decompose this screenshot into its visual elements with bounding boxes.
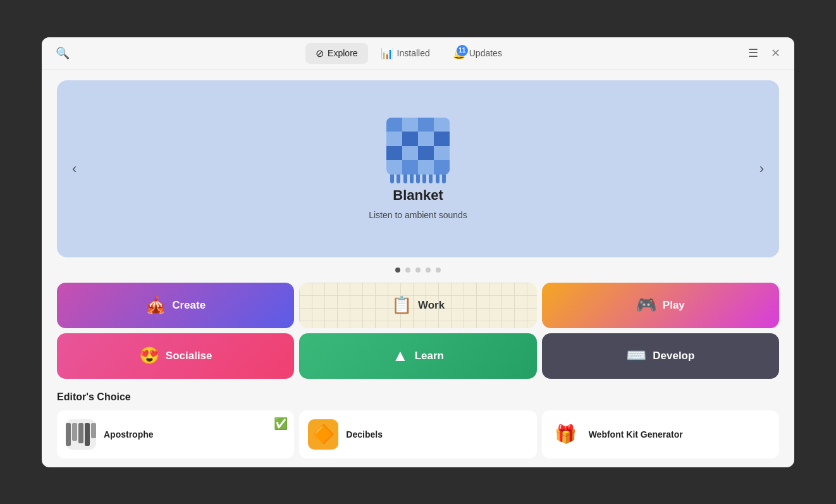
- category-socialise-button[interactable]: 😍 Socialise: [57, 333, 294, 379]
- content-area: ‹: [42, 70, 794, 467]
- category-learn-label: Learn: [415, 350, 444, 362]
- category-play-label: Play: [663, 299, 685, 312]
- develop-icon: ⌨️: [626, 346, 646, 366]
- tab-installed-label: Installed: [397, 48, 430, 58]
- installed-icon: 📊: [381, 47, 393, 59]
- carousel-prev-button[interactable]: ‹: [65, 153, 84, 185]
- carousel-dot-5[interactable]: [436, 267, 441, 273]
- editor-card-apostrophe[interactable]: Apostrophe ✅: [57, 410, 294, 458]
- category-work-label: Work: [418, 299, 445, 312]
- tab-explore-label: Explore: [328, 48, 357, 58]
- titlebar-right: ☰ ✕: [744, 42, 784, 64]
- search-icon: 🔍: [56, 47, 70, 59]
- play-icon: 🎮: [636, 295, 656, 315]
- editor-card-webfont[interactable]: 🎁 Webfont Kit Generator: [542, 410, 779, 458]
- updates-badge: 11: [457, 45, 468, 56]
- carousel-dot-3[interactable]: [415, 267, 421, 273]
- chevron-right-icon: ›: [759, 161, 764, 177]
- decibels-icon: 🔶: [308, 419, 338, 450]
- editors-choice-title: Editor's Choice: [57, 391, 779, 403]
- apostrophe-icon: [66, 419, 96, 450]
- hamburger-icon: ☰: [748, 46, 758, 60]
- hero-carousel: ‹: [57, 80, 779, 257]
- work-content: 📋 Work: [391, 295, 445, 315]
- category-play-button[interactable]: 🎮 Play: [542, 283, 779, 328]
- category-socialise-label: Socialise: [166, 350, 212, 362]
- nav-tabs: ⊘ Explore 📊 Installed 🔔 11 Updates: [305, 43, 512, 64]
- category-develop-button[interactable]: ⌨️ Develop: [542, 333, 779, 379]
- webfont-icon: 🎁: [551, 419, 581, 450]
- tab-explore[interactable]: ⊘ Explore: [305, 43, 367, 64]
- tab-updates[interactable]: 🔔 11 Updates: [443, 43, 512, 64]
- close-icon: ✕: [771, 46, 780, 60]
- carousel-dot-2[interactable]: [405, 267, 410, 273]
- editors-cards: Apostrophe ✅ 🔶 Decibels 🎁 Webfont Kit Ge…: [57, 410, 779, 458]
- editor-card-decibels[interactable]: 🔶 Decibels: [299, 410, 536, 458]
- category-work-button[interactable]: 📋 Work: [299, 283, 536, 328]
- create-icon: 🎪: [145, 295, 166, 315]
- chevron-left-icon: ‹: [72, 161, 77, 177]
- carousel-dot-1[interactable]: [395, 267, 400, 273]
- category-create-label: Create: [172, 299, 206, 312]
- category-develop-label: Develop: [653, 350, 694, 362]
- carousel-dot-4[interactable]: [426, 267, 431, 273]
- category-grid: 🎪 Create 📋 Work 🎮 Play 😍 Socialise ▲: [57, 283, 779, 379]
- installed-check-icon: ✅: [274, 417, 288, 431]
- apostrophe-name: Apostrophe: [104, 429, 154, 439]
- category-create-button[interactable]: 🎪 Create: [57, 283, 294, 328]
- tab-updates-label: Updates: [469, 48, 502, 58]
- learn-icon: ▲: [392, 346, 409, 366]
- socialise-icon: 😍: [139, 346, 159, 366]
- close-button[interactable]: ✕: [767, 42, 784, 64]
- editors-choice-section: Editor's Choice Apostrophe ✅: [57, 391, 779, 458]
- updates-icon-wrap: 🔔 11: [453, 47, 465, 59]
- titlebar: 🔍 ⊘ Explore 📊 Installed 🔔 11 Updates: [42, 37, 794, 70]
- titlebar-left: 🔍: [52, 42, 73, 64]
- blanket-app-icon: [386, 118, 450, 181]
- webfont-name: Webfont Kit Generator: [589, 429, 683, 439]
- carousel-dots: [57, 267, 779, 273]
- carousel-next-button[interactable]: ›: [752, 153, 771, 185]
- work-icon: 📋: [391, 295, 412, 315]
- app-window: 🔍 ⊘ Explore 📊 Installed 🔔 11 Updates: [42, 37, 794, 467]
- hero-app-subtitle: Listen to ambient sounds: [369, 210, 467, 220]
- explore-icon: ⊘: [316, 47, 324, 59]
- hero-content: Blanket Listen to ambient sounds: [369, 118, 467, 220]
- search-button[interactable]: 🔍: [52, 42, 73, 64]
- category-learn-button[interactable]: ▲ Learn: [299, 333, 536, 379]
- decibels-name: Decibels: [346, 429, 383, 439]
- hero-app-name: Blanket: [393, 187, 443, 204]
- tab-installed[interactable]: 📊 Installed: [371, 43, 440, 64]
- menu-button[interactable]: ☰: [744, 42, 762, 64]
